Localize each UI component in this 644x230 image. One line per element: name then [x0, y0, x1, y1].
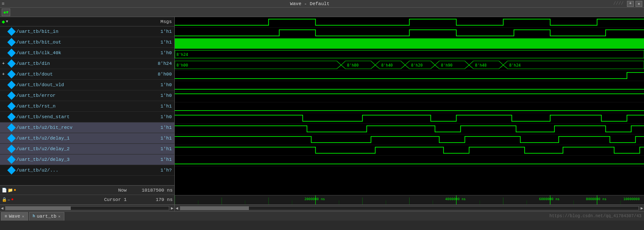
signal-row[interactable]: /uart_tb/u2/delay_1 1'h1 — [0, 133, 174, 144]
signal-list: /uart_tb/bit_in 1'h1 /uart_tb/bit_out 1'… — [0, 26, 174, 185]
signal-list-header: ◆ ▼ Msgs — [0, 17, 174, 26]
wave-row-delay1 — [175, 124, 644, 134]
wave-scroll-right-arrow[interactable]: ▶ — [640, 206, 644, 211]
tab-uart-close[interactable]: ✕ — [58, 214, 60, 219]
expand-button[interactable] — [0, 165, 7, 176]
signal-value-label: 1'h1 — [140, 146, 174, 151]
resize-handle: //// — [613, 1, 624, 6]
left-scrollbar[interactable]: ◀ ▶ — [0, 204, 174, 211]
tab-wave-close[interactable]: ✕ — [22, 214, 24, 219]
add-window-button[interactable]: + — [627, 1, 634, 7]
signal-row[interactable]: /uart_tb/u2/delay_3 1'h1 — [0, 154, 174, 165]
signal-type-icon — [7, 123, 16, 132]
signal-type-icon — [7, 38, 16, 47]
expand-button[interactable] — [0, 144, 7, 154]
signal-row[interactable]: + /uart_tb/din 8'h24 — [0, 58, 174, 69]
signal-value-label: 1'h0 — [140, 93, 174, 98]
svg-text:6000000 ns: 6000000 ns — [539, 198, 560, 201]
signal-type-icon — [7, 91, 16, 100]
signal-row[interactable]: /uart_tb/u2/delay_2 1'h1 — [0, 144, 174, 154]
wave-scroll-left-arrow[interactable]: ◀ — [175, 206, 179, 211]
signal-row[interactable]: /uart_tb/rst_n 1'h1 — [0, 101, 174, 112]
expand-button[interactable] — [0, 26, 7, 37]
tab-wave[interactable]: ≡ Wave ✕ — [1, 212, 28, 221]
wave-row-dout: 8'h00 8'h80 8'h40 8'h20 8'h90 — [175, 60, 644, 70]
expand-button[interactable] — [0, 101, 7, 112]
expand-button[interactable] — [0, 154, 7, 165]
signal-row[interactable]: /uart_tb/clk_40k 1'h0 — [0, 48, 174, 58]
stop-icon: ● — [11, 197, 14, 202]
signal-toolbar-icon[interactable]: ◆ — [2, 18, 5, 25]
toolbar-dropdown-button[interactable]: ◆▼ — [2, 9, 10, 16]
cursor-status-row: 🔒 ✏ ● Cursor 1 179 ns — [0, 195, 174, 204]
expand-button[interactable] — [0, 90, 7, 101]
svg-rect-1 — [175, 50, 644, 58]
window-title: Wave - Default — [6, 1, 613, 6]
dropdown-icon[interactable]: ▼ — [6, 20, 8, 24]
signal-row[interactable]: /uart_tb/u2/... 1'h? — [0, 165, 174, 176]
file-icon[interactable]: 📄 — [2, 188, 7, 193]
signal-value-label: 1'h0 — [140, 50, 174, 55]
expand-button[interactable] — [0, 122, 7, 133]
signal-type-icon — [7, 49, 16, 57]
signal-value-label: 1'h1 — [140, 29, 174, 34]
expand-button[interactable] — [0, 48, 7, 58]
wave-row-bit-out — [175, 28, 644, 38]
wave-scroll-track[interactable] — [180, 206, 639, 210]
scroll-left-arrow[interactable]: ◀ — [0, 206, 4, 211]
signal-row[interactable]: + /uart_tb/dout 8'h00 — [0, 69, 174, 80]
scroll-track[interactable] — [5, 206, 169, 210]
edit-icon[interactable]: ✏ — [8, 197, 10, 202]
toolbar: ◆▼ — [0, 8, 644, 17]
svg-text:8'h90: 8'h90 — [441, 63, 453, 67]
expand-button[interactable] — [0, 80, 7, 90]
content-area: ◆ ▼ Msgs /uart_tb/bit_in 1'h1 — [0, 17, 644, 211]
lock-icon[interactable]: 🔒 — [2, 197, 7, 202]
expand-button[interactable] — [0, 112, 7, 122]
svg-text:8'h20: 8'h20 — [411, 63, 423, 67]
tab-uart-tb[interactable]: h uart_tb ✕ — [29, 212, 64, 221]
wave-row-send-start — [175, 102, 644, 113]
now-value: 10187500 ns — [130, 188, 173, 193]
wave-scrollbar[interactable]: ◀ ▶ — [175, 204, 644, 211]
svg-text:8'h48: 8'h48 — [475, 63, 487, 67]
wave-row-clk — [175, 38, 644, 49]
tab-uart-icon: h — [33, 214, 35, 218]
svg-text:10000000: 10000000 — [623, 198, 640, 201]
signal-name-label: /uart_tb/din — [16, 61, 140, 66]
wave-row-bit-recv — [175, 113, 644, 124]
signal-name-label: /uart_tb/send_start — [16, 114, 140, 119]
now-status-row: 📄 📁 ● Now 10187500 ns — [0, 186, 174, 195]
close-window-button[interactable]: ✕ — [635, 1, 642, 7]
signal-value-label: 1'h0 — [140, 82, 174, 87]
waveform-area: 8'h24 8'h00 8'h80 8'h40 — [175, 17, 644, 195]
status-area: 📄 📁 ● Now 10187500 ns 🔒 ✏ ● Cursor 1 179… — [0, 185, 174, 204]
signal-row[interactable]: /uart_tb/dout_vld 1'h0 — [0, 80, 174, 90]
signal-row[interactable]: /uart_tb/u2/bit_recv 1'h1 — [0, 122, 174, 133]
expand-button[interactable]: + — [0, 58, 7, 69]
signal-row[interactable]: /uart_tb/bit_out 1'h1 — [0, 37, 174, 48]
expand-button[interactable] — [0, 37, 7, 48]
svg-text:4000000 ns: 4000000 ns — [445, 198, 466, 201]
signal-row[interactable]: /uart_tb/bit_in 1'h1 — [0, 26, 174, 37]
expand-button[interactable] — [0, 133, 7, 144]
msgs-column-header: Msgs — [140, 17, 174, 26]
wave-row-error — [175, 81, 644, 92]
svg-text:8'h40: 8'h40 — [381, 63, 393, 67]
signal-type-icon — [7, 155, 16, 164]
svg-text:2000000 ns: 2000000 ns — [304, 198, 325, 201]
signal-type-icon — [7, 81, 16, 89]
signal-row[interactable]: /uart_tb/send_start 1'h0 — [0, 112, 174, 122]
signal-row[interactable]: /uart_tb/error 1'h0 — [0, 90, 174, 101]
scroll-right-arrow[interactable]: ▶ — [170, 206, 174, 211]
url-display: https://blog.csdn.net/qq_41784307/43 — [549, 214, 643, 218]
tab-wave-icon: ≡ — [5, 214, 7, 219]
signal-type-icon — [7, 113, 16, 121]
wave-row-delay3 — [175, 145, 644, 156]
svg-text:8'h24: 8'h24 — [509, 63, 521, 67]
signal-type-icon — [7, 145, 16, 153]
expand-button[interactable]: + — [0, 69, 7, 80]
folder-icon[interactable]: 📁 — [8, 188, 13, 193]
wave-scroll-thumb — [180, 207, 249, 210]
signal-value-label: 1'h1 — [140, 136, 174, 141]
